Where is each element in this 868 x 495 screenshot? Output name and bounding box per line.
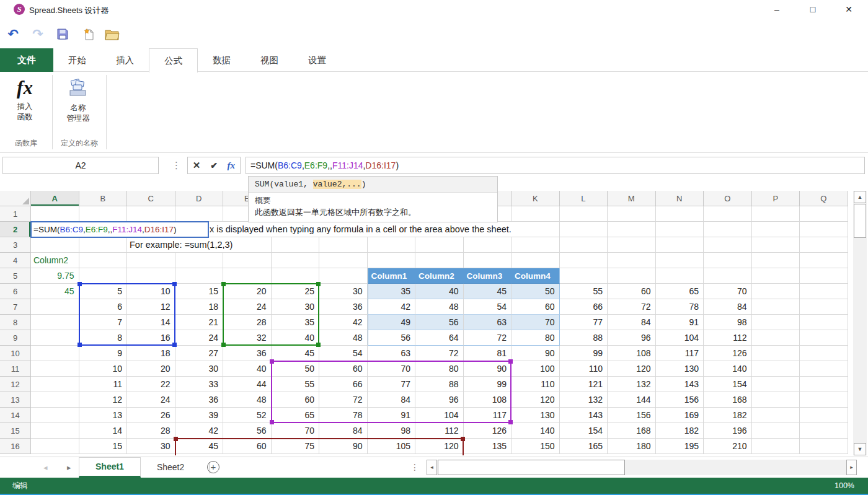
cell[interactable]: 70 [704,284,752,299]
cell[interactable]: 48 [415,299,464,315]
cell[interactable]: 91 [656,315,704,330]
cell[interactable] [608,237,656,253]
cell[interactable]: 60 [223,439,272,454]
row-header-6[interactable]: 6 [0,284,31,299]
cell[interactable] [608,253,656,268]
cell[interactable] [704,268,752,284]
cell[interactable]: 156 [656,392,704,408]
cell[interactable]: 50 [512,284,560,299]
cancel-icon[interactable]: ✕ [193,160,201,171]
cell[interactable] [752,299,800,315]
cell[interactable] [79,206,128,222]
cell[interactable]: 154 [704,377,752,392]
column-header-Q[interactable]: Q [800,191,848,206]
enter-icon[interactable]: ✔ [210,160,218,170]
vertical-scrollbar[interactable]: ▲ ▼ [853,191,867,455]
cell[interactable] [752,222,800,237]
cell[interactable]: 81 [464,346,512,361]
row-header-13[interactable]: 13 [0,392,31,408]
cell[interactable]: 6 [79,299,128,315]
cell[interactable]: 77 [368,377,416,392]
cell[interactable]: 169 [656,408,704,423]
cell[interactable] [800,423,848,439]
close-button[interactable]: ✕ [835,0,863,19]
cell[interactable]: 45 [175,439,224,454]
cell[interactable]: 55 [560,284,608,299]
add-sheet-button[interactable]: + [207,461,219,473]
cell[interactable]: 78 [319,408,368,423]
cell[interactable] [800,237,848,253]
cell[interactable] [752,284,800,299]
zoom-level[interactable]: 100% [835,478,854,494]
sheet-tab-Sheet2[interactable]: Sheet2 [141,457,200,478]
cell[interactable]: 132 [560,392,608,408]
cell[interactable]: 33 [175,377,224,392]
row-header-12[interactable]: 12 [0,377,31,392]
open-folder-icon[interactable] [104,26,120,42]
cell[interactable] [175,268,224,284]
table-header-Column1[interactable]: Column1 [368,268,416,284]
row-header-1[interactable]: 1 [0,206,31,222]
cell[interactable] [31,299,79,315]
cell[interactable] [415,253,464,268]
cell-editor-a2[interactable]: =SUM(B6:C9,E6:F9,,F11:J14,D16:I17) [30,221,209,238]
cell[interactable] [800,377,848,392]
cell[interactable]: 30 [127,439,175,454]
cell[interactable]: 24 [175,330,224,346]
redo-icon[interactable]: ↷ [30,26,46,42]
cell[interactable] [800,253,848,268]
cell[interactable] [800,268,848,284]
cell[interactable] [704,222,752,237]
cell[interactable]: 196 [704,423,752,439]
cell[interactable] [800,284,848,299]
cell[interactable] [175,253,224,268]
cell[interactable]: 15 [79,439,128,454]
cell[interactable]: 112 [704,330,752,346]
cell[interactable]: 108 [464,392,512,408]
row-header-3[interactable]: 3 [0,237,31,253]
cell[interactable]: 110 [512,377,560,392]
cell[interactable] [31,408,79,423]
row-header-9[interactable]: 9 [0,330,31,346]
cell[interactable]: 182 [704,408,752,423]
cell[interactable]: 90 [319,439,368,454]
cell[interactable]: 48 [223,392,272,408]
row-header-4[interactable]: 4 [0,253,31,268]
cell[interactable]: 126 [704,346,752,361]
scroll-up-icon[interactable]: ▲ [854,191,866,203]
cell[interactable]: 88 [560,330,608,346]
cell[interactable]: 195 [656,439,704,454]
cell[interactable]: 26 [127,408,175,423]
cell[interactable]: 117 [656,346,704,361]
cell[interactable] [560,206,608,222]
column-header-K[interactable]: K [512,191,560,206]
cell[interactable] [512,253,560,268]
cell[interactable]: 70 [368,361,416,377]
name-box-splitter-icon[interactable]: ⋮ [172,157,181,174]
cell[interactable] [223,268,272,284]
cell[interactable]: 120 [608,361,656,377]
table-header-Column2[interactable]: Column2 [415,268,464,284]
cell[interactable]: 126 [464,423,512,439]
cell[interactable]: 54 [464,299,512,315]
cell[interactable] [272,237,320,253]
cell[interactable]: 120 [415,439,464,454]
column-header-D[interactable]: D [175,191,224,206]
cell[interactable] [800,361,848,377]
cell[interactable] [752,408,800,423]
cell[interactable]: 70 [512,315,560,330]
cell[interactable]: 98 [704,315,752,330]
scroll-left-icon[interactable]: ◂ [427,460,437,475]
row-header-5[interactable]: 5 [0,268,31,284]
cell[interactable]: 84 [704,299,752,315]
cell[interactable] [800,392,848,408]
cell[interactable]: 168 [704,392,752,408]
cell[interactable]: 32 [223,330,272,346]
cell[interactable]: 105 [368,439,416,454]
cell[interactable]: 66 [560,299,608,315]
cell[interactable] [752,346,800,361]
cell[interactable]: 30 [175,361,224,377]
row-header-11[interactable]: 11 [0,361,31,377]
cell[interactable] [800,408,848,423]
cell[interactable]: 65 [656,284,704,299]
